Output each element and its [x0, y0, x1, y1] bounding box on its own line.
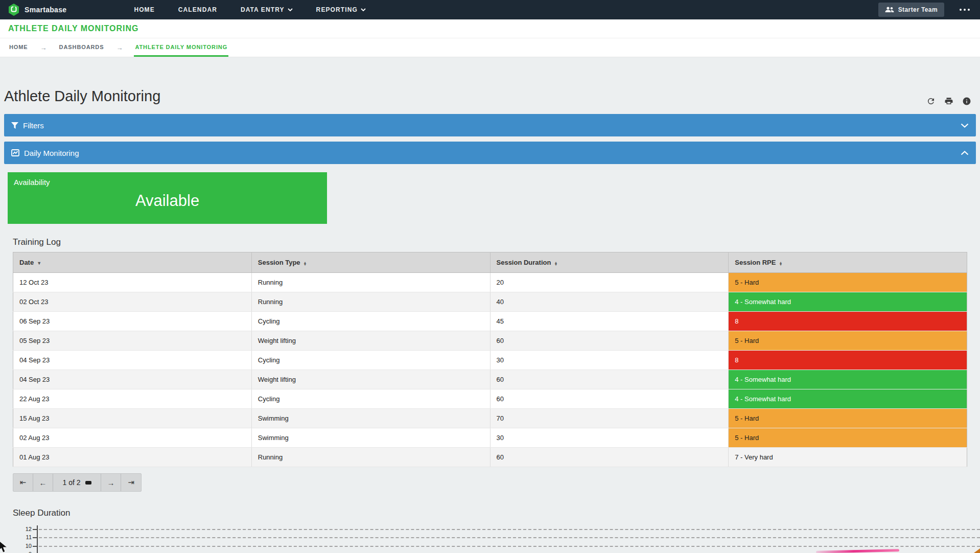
chevron-up-icon: [961, 148, 969, 157]
previous-page-button[interactable]: ←: [33, 474, 53, 491]
print-icon[interactable]: [944, 96, 954, 106]
chevron-down-icon: [288, 8, 293, 11]
rpe-badge-cell: 8: [729, 312, 967, 331]
filters-panel-header[interactable]: Filters: [4, 114, 976, 136]
daily-monitoring-panel-header[interactable]: Daily Monitoring: [4, 142, 976, 164]
people-icon: [885, 7, 894, 13]
table-pagination: ⇤ ← 1 of 2 → ⇥: [13, 473, 142, 492]
rpe-badge-cell: 5 - Hard: [729, 428, 967, 448]
availability-card: Availability Available: [8, 172, 327, 224]
table-row: 02 Oct 23 Running 40 4 - Somewhat hard: [13, 292, 967, 312]
breadcrumb: HOME → DASHBOARDS → ATHLETE DAILY MONITO…: [0, 38, 980, 57]
training-log-title: Training Log: [13, 237, 980, 247]
y-axis: [37, 525, 38, 553]
availability-label: Availability: [14, 178, 50, 187]
sleep-duration-chart: 12 11 10 9 8: [0, 523, 980, 553]
more-options-button[interactable]: [958, 7, 972, 13]
table-row: 01 Aug 23 Running 60 7 - Very hard: [13, 448, 967, 467]
first-page-icon: ⇤: [20, 478, 27, 487]
table-row: 22 Aug 23 Cycling 60 4 - Somewhat hard: [13, 389, 967, 409]
y-tick-label: 12: [2, 526, 32, 532]
gridline: [39, 546, 980, 547]
chevron-down-icon: [961, 121, 969, 130]
nav-item-calendar[interactable]: CALENDAR: [178, 6, 217, 13]
sleep-duration-title: Sleep Duration: [13, 508, 980, 518]
nav-item-home[interactable]: HOME: [134, 6, 154, 13]
page-select-icon: [85, 481, 91, 485]
table-row: 04 Sep 23 Cycling 30 8: [13, 351, 967, 370]
sort-icon: ▲▼: [304, 262, 307, 266]
rpe-badge-cell: 5 - Hard: [729, 273, 967, 292]
sort-icon: ▲▼: [779, 262, 782, 266]
table-row: 12 Oct 23 Running 20 5 - Hard: [13, 273, 967, 292]
table-row: 02 Aug 23 Swimming 30 5 - Hard: [13, 428, 967, 448]
breadcrumb-arrow-icon: →: [105, 38, 134, 57]
main-menu: HOME CALENDAR DATA ENTRY REPORTING: [134, 6, 365, 13]
column-header-date[interactable]: Date▼: [13, 252, 252, 273]
first-page-button[interactable]: ⇤: [13, 474, 33, 491]
rpe-badge-cell: 4 - Somewhat hard: [729, 370, 967, 389]
table-row: 04 Sep 23 Weight lifting 60 4 - Somewhat…: [13, 370, 967, 389]
availability-value: Available: [8, 192, 327, 210]
column-header-session-duration[interactable]: Session Duration▲▼: [490, 252, 729, 273]
rpe-badge-cell: 5 - Hard: [729, 331, 967, 351]
nav-right: Starter Team: [878, 3, 972, 17]
refresh-icon[interactable]: [926, 96, 936, 106]
smartabase-brand[interactable]: Smartabase: [8, 4, 66, 16]
sort-desc-icon: ▼: [37, 261, 41, 266]
chart-series-orange-peek: [974, 548, 980, 553]
training-log-table: Date▼ Session Type▲▼ Session Duration▲▼ …: [13, 252, 967, 467]
team-selector-button[interactable]: Starter Team: [878, 3, 944, 17]
last-page-button[interactable]: ⇥: [121, 474, 141, 491]
page-indicator[interactable]: 1 of 2: [53, 474, 101, 491]
column-header-session-type[interactable]: Session Type▲▼: [251, 252, 490, 273]
top-nav: Smartabase HOME CALENDAR DATA ENTRY REPO…: [0, 0, 980, 19]
next-page-button[interactable]: →: [101, 474, 121, 491]
dashboard-toolbar: [926, 96, 972, 106]
mouse-cursor: [0, 540, 10, 553]
smartabase-logo-icon: [8, 4, 19, 16]
table-row: 06 Sep 23 Cycling 45 8: [13, 312, 967, 331]
gridline: [39, 529, 980, 530]
previous-page-icon: ←: [39, 478, 47, 487]
nav-item-reporting[interactable]: REPORTING: [316, 6, 366, 13]
rpe-badge-cell: 5 - Hard: [729, 409, 967, 428]
rpe-badge-cell: 4 - Somewhat hard: [729, 292, 967, 312]
filter-funnel-icon: [11, 122, 18, 129]
sort-icon: ▲▼: [554, 262, 557, 266]
next-page-icon: →: [107, 478, 115, 487]
table-row: 15 Aug 23 Swimming 70 5 - Hard: [13, 409, 967, 428]
rpe-badge-cell: 8: [729, 351, 967, 370]
rpe-badge-cell: 4 - Somewhat hard: [729, 389, 967, 409]
breadcrumb-arrow-icon: →: [29, 38, 58, 57]
dashboard-content: Athlete Daily Monitoring Filters Daily M…: [0, 89, 980, 553]
column-header-session-rpe[interactable]: Session RPE▲▼: [729, 252, 967, 273]
chevron-down-icon: [361, 8, 366, 11]
breadcrumb-home[interactable]: HOME: [8, 38, 29, 57]
page-title: Athlete Daily Monitoring: [4, 89, 980, 104]
chart-icon: [11, 149, 19, 156]
rpe-badge-cell: 7 - Very hard: [729, 448, 967, 467]
brand-name: Smartabase: [25, 6, 66, 14]
info-icon[interactable]: [962, 96, 972, 106]
nav-item-data-entry[interactable]: DATA ENTRY: [241, 6, 293, 13]
table-row: 05 Sep 23 Weight lifting 60 5 - Hard: [13, 331, 967, 351]
gridline: [39, 537, 980, 538]
page-heading: ATHLETE DAILY MONITORING: [8, 24, 138, 33]
breadcrumb-dashboards[interactable]: DASHBOARDS: [58, 38, 105, 57]
breadcrumb-current[interactable]: ATHLETE DAILY MONITORING: [134, 38, 228, 57]
last-page-icon: ⇥: [128, 478, 134, 487]
page-heading-bar: ATHLETE DAILY MONITORING: [0, 19, 980, 38]
